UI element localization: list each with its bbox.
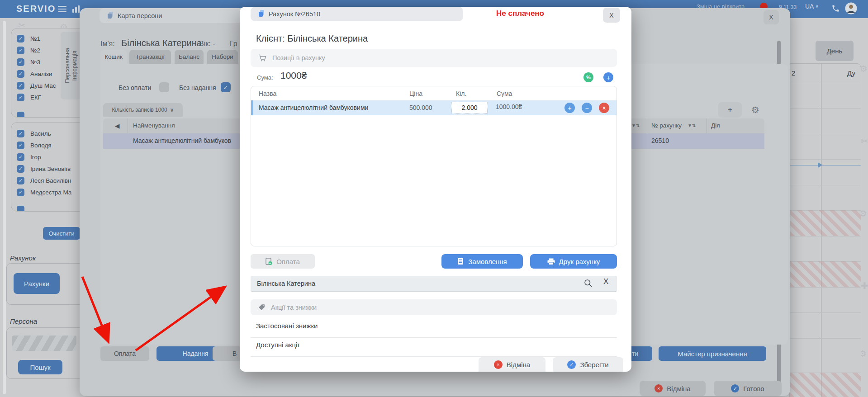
tab-personal-info[interactable]: Персональна інформація — [61, 32, 81, 99]
service-filter-row[interactable]: ✓Душ Мас — [17, 82, 56, 90]
staff-filter-row[interactable]: ✓Володя — [17, 142, 52, 149]
service-filter-row[interactable]: ✓№2 — [17, 47, 40, 54]
current-time-line — [790, 165, 861, 165]
service-filter-row[interactable]: ✓Аналізи — [17, 70, 52, 78]
col-header-name: Назва — [259, 90, 276, 97]
checkbox-checked-icon[interactable]: ✓ — [17, 47, 24, 54]
tab-basket[interactable]: Кошик — [100, 50, 127, 64]
checkbox-checked-icon[interactable]: ✓ — [17, 153, 24, 161]
language-selector[interactable]: UA ∨ — [805, 3, 819, 10]
add-position-button[interactable]: + — [603, 72, 613, 82]
invoice-cancel-button[interactable]: × Відміна — [479, 357, 545, 372]
invoice-close-button[interactable]: X — [603, 8, 620, 23]
day-view-button[interactable]: День — [816, 41, 854, 61]
invoice-pay-button[interactable]: Оплата — [251, 254, 315, 269]
blocked-time-band — [790, 210, 861, 236]
checkbox-checked-icon[interactable]: ✓ — [17, 165, 24, 173]
service-filter-row[interactable]: ✓№1 — [17, 35, 40, 43]
discount-percent-button[interactable]: % — [583, 72, 593, 82]
service-filter-row[interactable]: ✓ЕКГ — [17, 94, 41, 101]
schedule-column-header: Ду — [847, 69, 855, 77]
person-search-input[interactable] — [12, 336, 76, 351]
checkbox-checked-icon[interactable]: ✓ — [17, 142, 24, 149]
checkbox-checked-icon[interactable]: ✓ — [17, 130, 24, 137]
payment-status-badge: Не сплачено — [470, 9, 570, 18]
applied-discounts-label: Застосовані знижки — [256, 322, 318, 330]
search-icon[interactable] — [583, 279, 593, 288]
accounts-button[interactable]: Рахунки — [14, 273, 60, 294]
print-invoice-button[interactable]: Друк рахунку — [530, 254, 617, 269]
tab-transactions[interactable]: Транзакції — [129, 50, 171, 64]
no-provision-label: Без надання — [179, 84, 216, 91]
col-header-qty: Кіл. — [456, 90, 466, 97]
grid-action-header: Дія — [711, 122, 720, 129]
blocked-time-band — [790, 373, 861, 397]
order-button[interactable]: Замовлення — [441, 254, 523, 269]
user-avatar[interactable] — [845, 2, 857, 14]
row-delete-button[interactable]: × — [599, 103, 609, 113]
cancel-x-icon: × — [655, 384, 663, 392]
grid-name-header[interactable]: Найменування — [133, 122, 175, 129]
records-count-dropdown[interactable]: Кількість записів 1000 ∨ — [103, 103, 183, 117]
chevron-down-icon: ∨ — [170, 107, 174, 113]
clear-filters-button[interactable]: Очистити — [43, 227, 80, 240]
cancel-x-icon: × — [494, 360, 503, 369]
row-decrease-button[interactable]: − — [582, 103, 592, 113]
available-promos-label: Доступні акції — [256, 341, 299, 349]
invoice-pages-icon — [259, 11, 264, 17]
no-provision-checkbox[interactable]: ✓ — [221, 82, 231, 92]
staff-filter-row[interactable]: ✓Леся Василівн — [17, 177, 71, 184]
current-time-arrow-icon — [818, 162, 823, 168]
checkbox-checked-icon[interactable]: ✓ — [17, 82, 24, 90]
col-header-price: Ціна — [409, 90, 422, 97]
stats-icon[interactable] — [72, 5, 81, 13]
service-filter-row-clipped[interactable] — [17, 112, 24, 118]
person-card-pay-button[interactable]: Оплата — [100, 346, 149, 361]
menu-icon[interactable] — [58, 6, 66, 12]
page-scrollbar[interactable] — [3, 21, 6, 394]
no-payment-label: Без оплати — [119, 84, 151, 91]
invoice-client: Клієнт: Білінська Катерина — [256, 33, 368, 44]
person-card-done-button[interactable]: ✓ Готово — [714, 381, 782, 396]
checkbox-checked-icon[interactable]: ✓ — [17, 177, 24, 184]
checkbox-checked-icon[interactable]: ✓ — [17, 70, 24, 78]
col-header-sum: Сума — [497, 90, 512, 97]
staff-filter-row[interactable]: ✓Ігор — [17, 153, 41, 161]
staff-filter-row[interactable]: ✓Василь — [17, 130, 51, 137]
checkbox-checked-icon[interactable]: ✓ — [17, 35, 24, 43]
collapse-column-icon[interactable]: ◀ — [115, 122, 119, 129]
gear-icon[interactable]: ⚙ — [746, 102, 764, 118]
filter-sort-icon[interactable]: ▼⇅ — [631, 123, 640, 128]
checkbox-checked-icon[interactable]: ✓ — [17, 94, 24, 101]
tab-sets[interactable]: Набори — [207, 50, 238, 64]
service-filter-row[interactable]: ✓№3 — [17, 58, 40, 66]
phone-icon[interactable] — [831, 4, 840, 13]
grid-invoice-header[interactable]: № рахунку — [651, 122, 682, 129]
staff-filter-row-clipped[interactable] — [17, 206, 24, 212]
cart-icon — [258, 53, 267, 62]
schedule-grid[interactable]: 2 Ду — [789, 63, 861, 397]
checkbox-checked-icon[interactable]: ✓ — [17, 189, 24, 196]
screen: SERVIO Зміна не відкрита 9.11.33 UA ∨ ✂ … — [0, 0, 868, 397]
row-qty-input[interactable]: 2.000 — [451, 102, 488, 113]
payment-doc-icon — [266, 258, 272, 265]
person-card-cancel-button[interactable]: × Відміна — [640, 381, 706, 396]
person-search-button[interactable]: Пошук — [18, 360, 62, 374]
filter-sort-icon[interactable]: ▼⇅ — [688, 123, 696, 128]
client-search-input[interactable]: Білінська Катерина — [251, 276, 617, 292]
master-assignment-button[interactable]: Майстер призначення — [659, 346, 766, 361]
invoice-title-bar: Рахунок №26510 — [251, 7, 463, 21]
row-increase-button[interactable]: + — [564, 103, 575, 113]
tab-balance[interactable]: Баланс — [175, 50, 204, 64]
add-record-button[interactable]: + — [718, 102, 742, 118]
clear-search-icon[interactable]: X — [603, 277, 608, 286]
checkbox-checked-icon[interactable]: ✓ — [17, 58, 24, 66]
invoice-save-button[interactable]: ✓ Зберегти — [553, 357, 623, 372]
staff-filter-row[interactable]: ✓Медсестра Ма — [17, 189, 71, 196]
person-group-partial: Гр — [230, 40, 237, 48]
staff-filter-row[interactable]: ✓Ірина Зеновіїв — [17, 165, 71, 173]
no-payment-checkbox[interactable] — [159, 82, 169, 92]
person-card-close-button[interactable]: X — [764, 10, 779, 24]
done-check-icon: ✓ — [731, 384, 739, 392]
positions-search-input[interactable]: Позиції в рахунку — [251, 49, 617, 67]
